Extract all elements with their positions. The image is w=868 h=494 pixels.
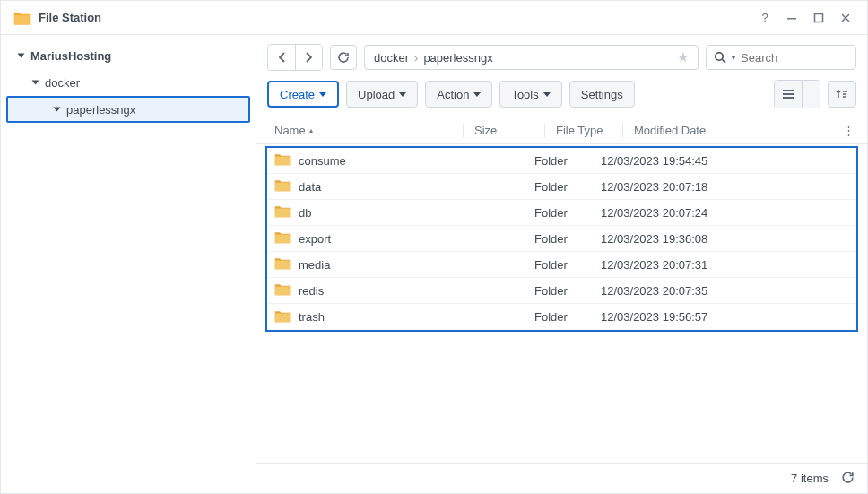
- file-name: redis: [299, 284, 324, 298]
- folder-icon: [274, 152, 291, 169]
- file-name: consume: [299, 154, 346, 168]
- tools-button[interactable]: Tools: [499, 81, 561, 108]
- create-label: Create: [280, 88, 315, 101]
- caret-down-icon: [319, 92, 326, 97]
- reload-button[interactable]: [330, 45, 357, 70]
- search-dropdown-icon[interactable]: ▾: [732, 54, 735, 62]
- file-date: 12/03/2023 20:07:24: [601, 206, 855, 220]
- search-box[interactable]: ▾: [706, 45, 856, 70]
- caret-down-icon: [473, 92, 481, 97]
- svg-point-2: [716, 53, 723, 60]
- file-type: Folder: [534, 310, 601, 324]
- tree-root-node[interactable]: MariusHosting: [1, 42, 256, 69]
- file-type: Folder: [534, 206, 601, 220]
- create-button[interactable]: Create: [267, 81, 339, 108]
- file-date: 12/03/2023 19:54:45: [601, 154, 855, 168]
- file-type: Folder: [534, 258, 601, 272]
- file-name: trash: [299, 310, 325, 324]
- table-row[interactable]: exportFolder12/03/2023 19:36:08: [267, 226, 856, 252]
- settings-label: Settings: [581, 88, 623, 101]
- folder-icon: [274, 230, 291, 247]
- tree-root-label: MariusHosting: [30, 49, 111, 63]
- table-row[interactable]: consumeFolder12/03/2023 19:54:45: [267, 148, 856, 174]
- column-header-date[interactable]: Modified Date: [634, 124, 840, 137]
- expand-icon: [18, 54, 25, 58]
- tools-label: Tools: [511, 88, 538, 101]
- file-list: consumeFolder12/03/2023 19:54:45dataFold…: [265, 146, 858, 332]
- svg-rect-1: [815, 13, 823, 22]
- expand-icon: [54, 108, 61, 112]
- expand-icon: [32, 81, 39, 85]
- tree-l2-label: paperlessngx: [66, 103, 135, 117]
- tree-node-docker[interactable]: docker: [1, 69, 256, 96]
- table-row[interactable]: dbFolder12/03/2023 20:07:24: [267, 200, 856, 226]
- file-date: 12/03/2023 20:07:18: [601, 180, 855, 194]
- title-bar: File Station ?: [1, 1, 867, 35]
- table-row[interactable]: redisFolder12/03/2023 20:07:35: [267, 278, 856, 304]
- caret-down-icon: [543, 92, 551, 97]
- navigation-toolbar: docker › paperlessngx ★ ▾: [256, 35, 867, 76]
- file-date: 12/03/2023 19:56:57: [601, 310, 855, 324]
- file-name: db: [299, 206, 311, 220]
- folder-icon: [274, 204, 291, 221]
- tree-l1-label: docker: [45, 76, 80, 90]
- file-type: Folder: [534, 154, 601, 168]
- file-station-icon: [13, 9, 31, 27]
- sort-button[interactable]: [828, 81, 856, 108]
- table-row[interactable]: mediaFolder12/03/2023 20:07:31: [267, 252, 856, 278]
- table-header: Name▴ Size File Type Modified Date ⋮: [256, 117, 867, 144]
- folder-icon: [274, 309, 291, 325]
- file-type: Folder: [534, 284, 601, 298]
- file-type: Folder: [534, 180, 601, 194]
- file-date: 12/03/2023 20:07:31: [601, 258, 855, 272]
- column-header-name[interactable]: Name▴: [267, 124, 463, 137]
- search-input[interactable]: [741, 51, 848, 65]
- action-toolbar: Create Upload Action Tools Settings: [256, 76, 867, 117]
- file-date: 12/03/2023 19:36:08: [601, 232, 855, 246]
- folder-icon: [274, 282, 291, 299]
- nav-back-button[interactable]: [268, 45, 295, 70]
- action-label: Action: [437, 88, 469, 101]
- table-row[interactable]: trashFolder12/03/2023 19:56:57: [267, 304, 856, 330]
- sort-asc-icon: ▴: [309, 126, 313, 134]
- file-name: media: [299, 258, 330, 272]
- folder-tree-sidebar: MariusHosting docker paperlessngx: [1, 35, 256, 493]
- app-title: File Station: [39, 11, 747, 24]
- svg-rect-0: [787, 18, 796, 20]
- upload-label: Upload: [358, 88, 395, 101]
- minimize-button[interactable]: [783, 9, 801, 27]
- list-view-button[interactable]: [775, 81, 802, 108]
- file-date: 12/03/2023 20:07:35: [601, 284, 855, 298]
- maximize-button[interactable]: [810, 9, 828, 27]
- table-row[interactable]: dataFolder12/03/2023 20:07:18: [267, 174, 856, 200]
- item-count: 7 items: [791, 472, 829, 485]
- breadcrumb-segment[interactable]: docker: [374, 51, 409, 65]
- file-name: export: [299, 232, 331, 246]
- column-menu-button[interactable]: ⋮: [840, 124, 856, 137]
- file-name: data: [299, 180, 321, 194]
- status-bar: 7 items: [256, 463, 867, 493]
- file-type: Folder: [534, 232, 601, 246]
- footer-reload-button[interactable]: [841, 471, 855, 487]
- settings-button[interactable]: Settings: [569, 81, 635, 108]
- action-button[interactable]: Action: [425, 81, 492, 108]
- breadcrumb-separator: ›: [414, 51, 418, 65]
- breadcrumb-segment[interactable]: paperlessngx: [423, 51, 492, 65]
- caret-down-icon: [399, 92, 406, 97]
- search-icon: [714, 51, 726, 64]
- tree-node-paperlessngx[interactable]: paperlessngx: [6, 96, 250, 123]
- help-button[interactable]: ?: [756, 9, 774, 27]
- close-button[interactable]: [837, 9, 855, 27]
- breadcrumb: docker › paperlessngx ★: [364, 45, 699, 70]
- column-header-type[interactable]: File Type: [556, 124, 622, 137]
- folder-icon: [274, 178, 291, 195]
- upload-button[interactable]: Upload: [346, 81, 418, 108]
- view-dropdown-button[interactable]: [802, 81, 820, 108]
- folder-icon: [274, 256, 291, 273]
- nav-forward-button[interactable]: [295, 45, 322, 70]
- column-header-size[interactable]: Size: [474, 124, 544, 137]
- favorite-star-icon[interactable]: ★: [677, 49, 689, 65]
